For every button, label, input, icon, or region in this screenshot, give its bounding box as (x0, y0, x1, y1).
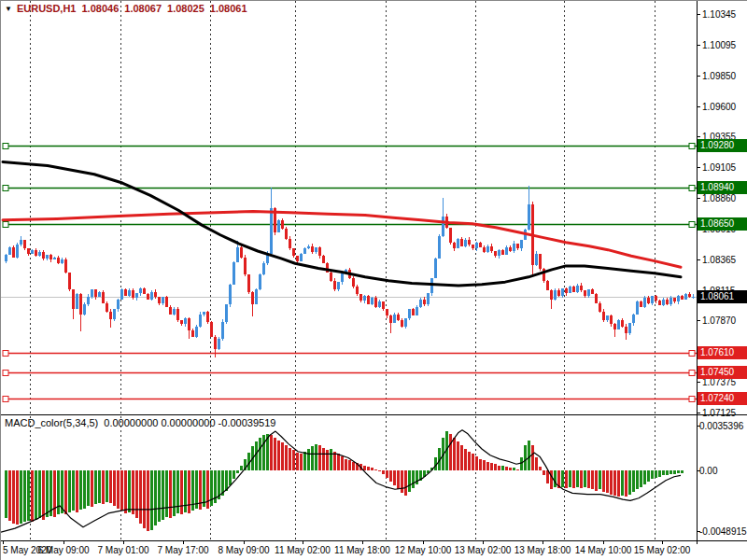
candle-body (57, 258, 60, 264)
resistance-line-handle[interactable] (3, 186, 8, 191)
price-axis-label: 1.07125 (702, 407, 736, 419)
support-line-handle[interactable] (3, 397, 8, 402)
candle-body (165, 297, 168, 307)
candle-body (468, 240, 471, 245)
macd-bar (76, 470, 78, 512)
candle-body (315, 247, 317, 252)
macd-bar (117, 470, 120, 509)
candle-body (591, 289, 594, 294)
macd-axis-label: 0.0035396 (699, 420, 743, 432)
candle-body (550, 290, 553, 299)
macd-bar (509, 468, 512, 470)
candle-body (580, 286, 583, 290)
resistance-line-handle[interactable] (689, 186, 695, 191)
candle-body (625, 327, 627, 333)
quote-close: 1.08061 (210, 3, 247, 14)
macd-bar (322, 448, 325, 470)
macd-bar (640, 470, 642, 487)
macd-bar (628, 470, 631, 495)
time-axis-label: 12 May 10:00 (395, 545, 452, 555)
candle-body (509, 247, 512, 251)
resistance-line-handle[interactable] (689, 222, 695, 228)
candle-body (419, 300, 422, 307)
candle-body (255, 289, 258, 304)
candle-body (393, 315, 396, 323)
time-axis-label: 7 May 01:00 (97, 545, 148, 555)
candle-body (561, 288, 564, 296)
macd-bar (513, 468, 515, 470)
macd-bar (35, 470, 37, 520)
resistance-line-handle[interactable] (3, 144, 8, 149)
macd-bar (397, 470, 400, 489)
candle-body (289, 239, 291, 249)
macd-bar (378, 470, 381, 471)
resistance-line-handle[interactable] (3, 222, 8, 228)
candle-body (647, 298, 650, 302)
candle-body (76, 294, 78, 309)
macd-bar (468, 452, 471, 470)
macd-bar (46, 470, 49, 517)
support-line-handle[interactable] (689, 397, 695, 402)
price-axis-label: 1.07870 (702, 315, 736, 327)
candle-body (587, 289, 590, 296)
macd-bar (236, 470, 239, 473)
quote-high: 1.08067 (124, 3, 162, 14)
candle-body (225, 304, 228, 322)
candle-body (27, 248, 30, 253)
macd-bar (561, 470, 564, 487)
candle-body (102, 292, 105, 303)
macd-bar (315, 444, 317, 470)
macd-bar (311, 446, 314, 470)
macd-bar (307, 449, 310, 470)
candle-body (42, 252, 45, 259)
candle-body (599, 303, 601, 312)
macd-bar (262, 435, 265, 470)
candle-body (408, 309, 411, 317)
candle-body (543, 269, 545, 281)
macd-bar (255, 441, 258, 470)
candle-body (613, 324, 616, 329)
macd-bar (449, 434, 452, 470)
candle-body (412, 309, 415, 315)
support-line-handle[interactable] (689, 351, 695, 357)
macd-bar (98, 470, 101, 503)
candle-body (236, 247, 239, 262)
candle-body (296, 256, 299, 260)
candle-body (318, 247, 321, 256)
candle-body (251, 292, 254, 304)
support-line-handle[interactable] (3, 371, 8, 376)
candle-body (188, 318, 190, 330)
candle-body (247, 274, 250, 292)
candlestick-chart[interactable] (1, 1, 747, 560)
candle-body (94, 289, 97, 297)
macd-bar (348, 460, 351, 470)
support-line-handle[interactable] (3, 351, 8, 357)
macd-bar (602, 470, 605, 492)
candle-body (124, 289, 127, 296)
macd-bar (180, 470, 183, 514)
time-axis-label: 13 May 02:00 (455, 545, 512, 555)
candle-body (337, 282, 340, 289)
macd-bar (303, 452, 306, 470)
candle-body (389, 315, 392, 323)
macd-bar (576, 470, 579, 487)
macd-axis-label: 0.00 (699, 465, 717, 477)
macd-bar (285, 445, 288, 470)
macd-bar (274, 438, 276, 470)
candle-body (565, 288, 568, 293)
macd-bar (195, 470, 198, 509)
macd-bar (113, 470, 116, 506)
candle-body (61, 259, 63, 263)
candle-body (688, 294, 691, 297)
macd-bar (498, 466, 500, 470)
macd-bar (72, 470, 75, 511)
candle-body (259, 274, 261, 289)
candle-body (621, 320, 624, 327)
resistance-line-handle[interactable] (689, 144, 695, 149)
quote-low: 1.08025 (167, 3, 204, 14)
support-line-handle[interactable] (689, 371, 695, 376)
macd-bar (42, 470, 45, 520)
candle-body (460, 239, 463, 246)
candle-body (681, 296, 684, 300)
macd-bar (599, 470, 601, 489)
